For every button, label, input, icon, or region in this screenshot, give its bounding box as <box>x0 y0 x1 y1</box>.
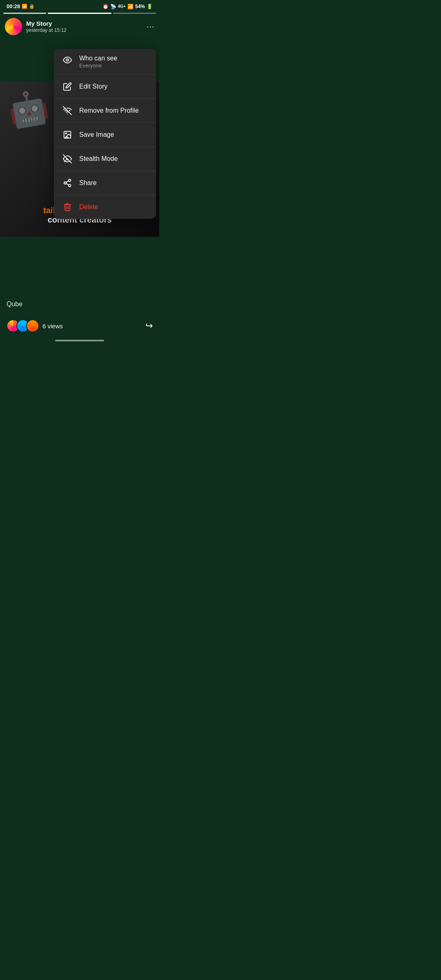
story-progress <box>0 11 159 16</box>
menu-item-edit-story[interactable]: Edit Story <box>54 75 156 99</box>
status-time: 00:28 📶 🔒 <box>7 3 35 9</box>
menu-item-delete[interactable]: Delete <box>54 195 156 219</box>
svg-point-4 <box>65 133 67 134</box>
avatar <box>5 18 22 35</box>
edit-story-label: Edit Story <box>79 83 107 90</box>
story-username: My Story <box>26 20 67 27</box>
stealth-mode-icon <box>62 154 73 164</box>
more-icon[interactable]: ⋯ <box>146 22 154 31</box>
share-label: Share <box>79 179 97 187</box>
remove-profile-label: Remove from Profile <box>79 107 139 114</box>
menu-item-remove-from-profile[interactable]: Remove from Profile <box>54 99 156 123</box>
dropdown-overlay[interactable]: Who can see Everyone Edit Story <box>0 0 159 345</box>
pencil-icon <box>62 81 73 92</box>
save-image-icon <box>62 129 73 140</box>
story-header: My Story yesterday at 15:12 ⋯ <box>0 16 159 38</box>
share-icon <box>62 178 73 188</box>
menu-item-stealth-mode[interactable]: Stealth Mode <box>54 147 156 171</box>
battery-icon: 🔋 <box>147 4 153 9</box>
alarm-icon: ⏰ <box>102 4 109 9</box>
menu-item-share[interactable]: Share <box>54 171 156 195</box>
progress-bar-2 <box>48 13 112 14</box>
status-bar: 00:28 📶 🔒 ⏰ 📡 4G+ 📶 54% 🔋 <box>0 0 159 11</box>
signal-icon: 📶 <box>22 4 27 9</box>
lock-icon: 🔒 <box>29 4 35 9</box>
eye-icon <box>62 55 73 65</box>
story-header-actions[interactable]: ⋯ <box>146 22 154 31</box>
menu-item-save-image[interactable]: Save Image <box>54 123 156 147</box>
stealth-mode-label: Stealth Mode <box>79 155 118 163</box>
trash-icon <box>62 202 73 212</box>
story-timestamp: yesterday at 15:12 <box>26 27 67 33</box>
svg-line-12 <box>66 181 69 183</box>
progress-bar-1 <box>3 13 46 14</box>
svg-point-0 <box>66 59 69 61</box>
who-can-see-sublabel: Everyone <box>79 62 117 69</box>
story-meta: My Story yesterday at 15:12 <box>26 20 67 33</box>
progress-bar-3 <box>113 13 156 14</box>
context-menu: Who can see Everyone Edit Story <box>54 49 156 219</box>
save-image-label: Save Image <box>79 131 114 138</box>
remove-profile-icon <box>62 105 73 116</box>
wifi-icon: 📡 <box>110 4 116 9</box>
menu-item-who-can-see[interactable]: Who can see Everyone <box>54 49 156 75</box>
network-icon: 4G+ <box>118 4 126 9</box>
svg-line-11 <box>66 183 69 185</box>
delete-label: Delete <box>79 203 98 211</box>
who-can-see-label: Who can see <box>79 55 117 62</box>
signal-bars: 📶 <box>127 4 134 9</box>
status-right: ⏰ 📡 4G+ 📶 54% 🔋 <box>102 4 153 9</box>
story-user-info: My Story yesterday at 15:12 <box>5 18 67 35</box>
